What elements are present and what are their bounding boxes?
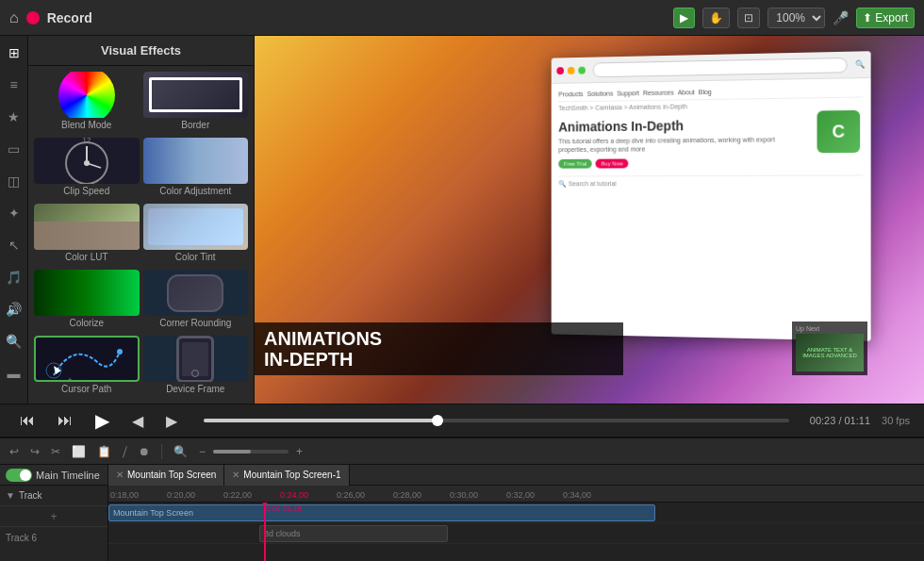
split-button[interactable]: ⧸ xyxy=(119,443,131,460)
track-clip-1[interactable]: Mountain Top Screen xyxy=(108,504,655,521)
browser-dot-red xyxy=(556,67,564,74)
transport-time: 00:23 / 01:11 xyxy=(810,415,870,426)
effect-item-clip-speed[interactable]: 12 Clip Speed xyxy=(34,138,140,200)
transport-slider-knob[interactable] xyxy=(432,415,443,426)
sidebar-icon-audio[interactable]: 🎵 xyxy=(3,266,25,289)
pointer-tool-button[interactable]: ▶ xyxy=(673,8,695,28)
effect-item-colorize[interactable]: Colorize xyxy=(34,270,140,332)
mic-icon[interactable]: 🎤 xyxy=(833,10,849,25)
playhead[interactable]: 0:00:23;16 xyxy=(264,503,266,561)
effects-panel: Visual Effects Blend Mode Border xyxy=(28,36,255,404)
browser-dot-green xyxy=(578,66,586,74)
add-track-button[interactable]: + xyxy=(6,509,102,524)
effect-label-color-lut: Color LUT xyxy=(65,250,108,266)
zoom-out-button[interactable]: − xyxy=(195,443,209,460)
effect-item-color-lut[interactable]: Color LUT xyxy=(34,204,140,266)
track-expand-icon[interactable]: ▼ xyxy=(6,490,15,501)
rewind-button[interactable]: ⏮ xyxy=(14,410,41,431)
browser-nav-item: Resources xyxy=(643,90,674,96)
cut-button[interactable]: ✂ xyxy=(47,443,64,460)
effect-item-color-tint[interactable]: Color Tint xyxy=(143,204,249,266)
sidebar-icon-annotations[interactable]: ✦ xyxy=(3,202,25,224)
effect-label-clip-speed: Clip Speed xyxy=(63,184,109,200)
sidebar-icon-effects[interactable]: ◫ xyxy=(3,170,25,192)
track-labels: Main Timeline ▼ Track + Track 6 xyxy=(0,465,108,561)
record-indicator xyxy=(26,11,40,25)
clouds-clip-label: 3d clouds xyxy=(264,529,301,538)
timeline-zoom-slider[interactable] xyxy=(213,450,289,454)
next-frame-button[interactable]: ▶ xyxy=(160,410,183,432)
track-name: Track xyxy=(19,490,42,501)
browser-nav-item: About xyxy=(678,89,695,95)
effect-thumb-color-lut xyxy=(34,204,140,250)
effect-thumb-cursor-path: + xyxy=(34,336,140,382)
browser-search-bar: 🔍 Search at tutorial xyxy=(558,180,863,189)
add-track-row: + xyxy=(0,506,107,527)
effect-label-blend-mode: Blend Mode xyxy=(61,118,111,134)
sidebar-icon-cursor[interactable]: ↖ xyxy=(3,234,25,256)
effect-item-device-frame[interactable]: Device Frame xyxy=(143,336,249,398)
record-button[interactable]: ⏺ xyxy=(135,443,154,460)
step-back-button[interactable]: ⏭ xyxy=(52,410,78,431)
browser-sub: This tutorial offers a deep dive into cr… xyxy=(558,135,808,154)
main-timeline-toggle[interactable] xyxy=(6,469,32,482)
timeline-tab-2[interactable]: ✕ Mountain Top Screen-1 xyxy=(224,465,349,486)
effect-label-corner-rounding: Corner Rounding xyxy=(159,316,231,332)
effect-item-cursor-path[interactable]: + Cursor Path xyxy=(34,336,140,398)
effect-thumb-border xyxy=(143,72,249,118)
transport-slider[interactable] xyxy=(204,419,789,422)
effect-item-color-adjustment[interactable]: Color Adjustment xyxy=(143,138,249,200)
timeline-tab-2-close[interactable]: ✕ xyxy=(232,470,239,480)
track-clip-clouds[interactable]: 3d clouds xyxy=(259,525,448,542)
sidebar-icon-layers[interactable]: ≡ xyxy=(3,74,25,96)
sidebar-icon-captions[interactable]: ▬ xyxy=(3,362,25,385)
browser-search: 🔍 xyxy=(855,60,865,69)
sidebar-icon-favorites[interactable]: ★ xyxy=(3,106,25,128)
prev-frame-button[interactable]: ◀ xyxy=(126,410,149,432)
browser-heading: Animations In-Depth xyxy=(558,117,808,135)
export-button[interactable]: ⬆ Export xyxy=(856,8,915,28)
timeline-ruler: 0:18,00 0:20,00 0:22,00 0:24,00 0:26,00 … xyxy=(108,486,924,503)
browser-cta-buy: Buy Now xyxy=(596,159,629,169)
top-bar-right: ▶ ✋ ⊡ 100% 🎤 ⬆ Export xyxy=(673,8,915,28)
toolbar-divider xyxy=(161,444,162,459)
timeline-tab-1-close[interactable]: ✕ xyxy=(116,470,124,480)
redo-button[interactable]: ↪ xyxy=(26,443,43,460)
top-bar-left: ⌂ Record xyxy=(9,9,673,26)
track-row-2: 3d clouds xyxy=(108,523,924,544)
paste-button[interactable]: 📋 xyxy=(93,443,115,460)
browser-breadcrumb: TechSmith > Camtasia > Animations in-Dep… xyxy=(558,97,863,112)
ruler-mark-2: 0:20,00 xyxy=(167,490,195,500)
timeline-area: ↩ ↪ ✂ ⬜ 📋 ⧸ ⏺ 🔍 − + Main Timeline ▼ Trac… xyxy=(0,437,924,561)
track-label-row: ▼ Track xyxy=(0,486,107,506)
sidebar-icon-media[interactable]: ⊞ xyxy=(3,41,25,64)
hand-tool-button[interactable]: ✋ xyxy=(702,8,730,28)
crop-tool-button[interactable]: ⊡ xyxy=(737,8,760,28)
app-title: Record xyxy=(47,10,92,25)
zoom-select[interactable]: 100% xyxy=(767,8,825,28)
effect-item-border[interactable]: Border xyxy=(143,72,249,134)
sidebar-icon-transitions[interactable]: ▭ xyxy=(3,138,25,160)
sidebar-icon-volume[interactable]: 🔊 xyxy=(3,298,25,321)
effect-item-blend-mode[interactable]: Blend Mode xyxy=(34,72,140,134)
effect-item-corner-rounding[interactable]: Corner Rounding xyxy=(143,270,249,332)
effect-label-cursor-path: Cursor Path xyxy=(61,382,111,398)
timeline-tab-1[interactable]: ✕ Mountain Top Screen xyxy=(108,465,224,486)
home-icon[interactable]: ⌂ xyxy=(9,9,19,26)
sidebar-icon-zoom[interactable]: 🔍 xyxy=(3,330,25,353)
sidebar-icons: ⊞ ≡ ★ ▭ ◫ ✦ ↖ 🎵 🔊 🔍 ▬ xyxy=(0,36,28,404)
animation-title-block: ANIMATIONS IN-DEPTH xyxy=(255,322,623,375)
up-next-label: Up Next xyxy=(796,325,864,332)
effects-panel-title: Visual Effects xyxy=(28,36,254,66)
ruler-mark-9: 0:34,00 xyxy=(563,490,591,500)
zoom-in-plus-button[interactable]: + xyxy=(292,443,306,460)
undo-button[interactable]: ↩ xyxy=(6,443,23,460)
zoom-in-button[interactable]: 🔍 xyxy=(170,443,191,460)
copy-button[interactable]: ⬜ xyxy=(68,443,90,460)
ruler-mark-8: 0:32,00 xyxy=(506,490,535,500)
effect-thumb-clip-speed: 12 xyxy=(34,138,140,184)
browser-nav-item: Blog xyxy=(699,89,712,95)
ruler-mark-1: 0:18,00 xyxy=(110,490,139,500)
play-button[interactable]: ▶ xyxy=(90,407,115,434)
ruler-mark-5: 0:26,00 xyxy=(337,490,365,500)
